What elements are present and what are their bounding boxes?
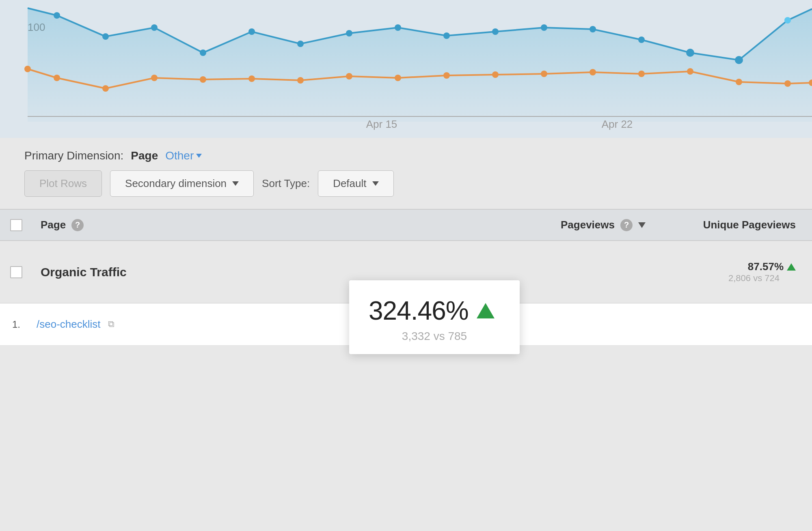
svg-point-9 — [492, 28, 499, 35]
svg-point-21 — [248, 75, 255, 82]
organic-traffic-label: Organic Traffic — [41, 265, 127, 279]
tooltip-comparison-value: 3,332 vs 785 — [369, 330, 500, 343]
svg-point-25 — [443, 72, 450, 79]
th-unique-pageviews: Unique Pageviews — [658, 219, 812, 231]
unique-pv-percent: 87.57% — [748, 260, 784, 273]
total-row-checkbox[interactable] — [10, 266, 22, 278]
total-row-checkbox-cell — [0, 266, 32, 278]
svg-point-11 — [590, 26, 596, 32]
row-number: 1. — [0, 319, 32, 330]
svg-point-4 — [248, 28, 255, 35]
chart-x-label-apr22: Apr 22 — [602, 118, 633, 131]
svg-point-17 — [54, 75, 60, 81]
svg-point-10 — [541, 24, 547, 31]
svg-point-3 — [200, 49, 206, 56]
col-pageviews-label: Pageviews — [561, 219, 615, 231]
table-header: Page ? Pageviews ? Unique Pageviews — [0, 209, 812, 241]
svg-point-0 — [54, 12, 60, 19]
buttons-row: Plot Rows Secondary dimension Sort Type:… — [24, 170, 788, 197]
svg-point-32 — [784, 80, 791, 87]
svg-point-27 — [541, 71, 547, 77]
dropdown-caret-icon — [166, 162, 179, 170]
page-help-icon[interactable]: ? — [71, 219, 84, 231]
svg-point-18 — [102, 85, 109, 92]
default-sort-label: Default — [333, 177, 366, 190]
total-row-unique-pv: 87.57% 2,806 vs 724 — [658, 260, 812, 284]
sort-down-icon[interactable] — [638, 222, 646, 228]
svg-point-14 — [735, 56, 743, 64]
col-page-label: Page — [41, 219, 66, 231]
svg-point-23 — [346, 73, 352, 80]
row-page-path: /seo-checklist — [37, 318, 101, 331]
svg-point-16 — [24, 66, 31, 72]
svg-point-24 — [395, 75, 401, 81]
default-sort-arrow-icon — [372, 181, 379, 186]
svg-point-30 — [687, 68, 693, 75]
plot-rows-button[interactable]: Plot Rows — [24, 170, 102, 197]
svg-point-13 — [686, 49, 694, 57]
table-area: Page ? Pageviews ? Unique Pageviews Orga… — [0, 209, 812, 346]
tooltip-main-row: 324.46% — [369, 296, 500, 326]
th-page: Page ? — [32, 219, 495, 231]
header-checkbox[interactable] — [10, 219, 22, 231]
col-unique-pv-label: Unique Pageviews — [703, 219, 796, 231]
svg-point-2 — [151, 24, 158, 31]
other-dropdown[interactable]: Other — [165, 149, 202, 162]
svg-point-15 — [784, 17, 791, 24]
secondary-dimension-button[interactable]: Secondary dimension — [110, 170, 254, 197]
svg-point-19 — [151, 75, 158, 81]
primary-dimension-page: Page — [131, 149, 158, 162]
pageviews-tooltip: 324.46% 3,332 vs 785 — [349, 280, 520, 354]
th-pageviews: Pageviews ? — [495, 219, 658, 231]
svg-point-28 — [590, 69, 596, 75]
chart-x-label-apr15: Apr 15 — [366, 118, 397, 131]
controls-area: Primary Dimension: Page Other Plot Rows … — [0, 138, 812, 197]
svg-point-5 — [297, 41, 304, 47]
svg-point-26 — [492, 71, 499, 78]
svg-point-29 — [638, 71, 645, 77]
tooltip-percent-value: 324.46% — [369, 296, 469, 326]
svg-point-20 — [200, 76, 206, 83]
tooltip-up-arrow-icon — [477, 303, 495, 318]
external-link-icon: ⧉ — [108, 319, 119, 330]
svg-point-22 — [297, 77, 304, 84]
svg-point-6 — [346, 30, 352, 37]
svg-point-1 — [102, 33, 109, 40]
unique-pv-up-arrow-icon — [787, 263, 796, 271]
other-dropdown-label: Other — [165, 149, 194, 162]
sort-type-label: Sort Type: — [262, 177, 310, 190]
total-row-page-name: Organic Traffic — [32, 265, 495, 279]
pageviews-help-icon[interactable]: ? — [620, 219, 633, 231]
secondary-dimension-label: Secondary dimension — [125, 177, 227, 190]
other-dropdown-arrow-icon — [196, 154, 202, 158]
default-sort-button[interactable]: Default — [318, 170, 393, 197]
chart-area: 100 — [0, 0, 812, 138]
svg-point-7 — [395, 24, 401, 31]
primary-dimension-row: Primary Dimension: Page Other — [24, 149, 788, 162]
chart-baseline — [28, 116, 812, 117]
secondary-dimension-arrow-icon — [232, 181, 239, 186]
primary-dimension-label: Primary Dimension: — [24, 149, 123, 162]
svg-point-31 — [736, 79, 742, 85]
th-checkbox — [0, 219, 32, 231]
unique-pv-delta: 87.57% — [658, 260, 796, 273]
svg-point-8 — [443, 32, 450, 39]
svg-point-12 — [638, 37, 645, 43]
unique-pv-comparison: 2,806 vs 724 — [658, 273, 796, 284]
table-row-total: Organic Traffic 324.46% 3,332 vs 785 87.… — [0, 241, 812, 303]
